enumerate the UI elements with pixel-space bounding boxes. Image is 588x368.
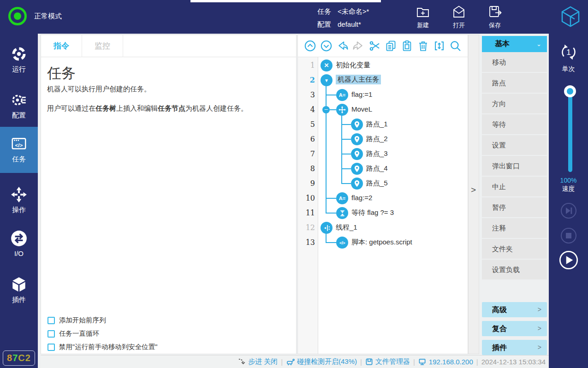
- checkbox-disable-safe-move[interactable]: 禁用"运行前手动移动到安全位置": [48, 340, 157, 354]
- command-item-direction[interactable]: 方向: [482, 94, 547, 113]
- open-task-button[interactable]: 打开: [444, 4, 474, 30]
- tree-row[interactable]: 11 等待 flag ?= 3: [298, 206, 468, 220]
- gear-icon: [0, 91, 38, 109]
- tree-row[interactable]: 4 MoveL: [298, 102, 468, 117]
- doc-paragraph-1: 机器人可以执行用户创建的任务。: [47, 85, 151, 94]
- chevron-right-icon: >: [538, 302, 541, 317]
- tree-row[interactable]: 9 路点_5: [298, 176, 468, 191]
- save-task-button[interactable]: 保存: [480, 4, 510, 30]
- new-file-icon: [408, 4, 438, 20]
- sidebar-item-label: 配置: [0, 111, 38, 120]
- assignment-icon[interactable]: A=: [336, 89, 348, 101]
- task-config-info: 任务<未命名>* 配置default*: [317, 5, 369, 31]
- move-command-icon[interactable]: [336, 104, 348, 116]
- delete-icon[interactable]: [417, 40, 429, 52]
- cycle-mode-label: 单次: [549, 65, 588, 73]
- checkbox-task-loop[interactable]: 任务一直循环: [48, 327, 157, 340]
- run-control-column: 1 单次 100% 速度: [549, 34, 588, 368]
- search-icon[interactable]: [449, 40, 462, 52]
- speed-slider-thumb[interactable]: [564, 85, 576, 97]
- script-icon[interactable]: </>: [336, 237, 348, 249]
- command-category-dropdown[interactable]: 基本 ⌄: [482, 36, 547, 52]
- group-plugin[interactable]: 插件>: [482, 340, 547, 355]
- waypoint-icon[interactable]: [351, 119, 363, 131]
- paste-icon[interactable]: [401, 40, 413, 52]
- sidebar-item-task[interactable]: </> 任务: [0, 127, 38, 173]
- waypoint-icon[interactable]: [351, 178, 363, 190]
- waypoint-icon[interactable]: [351, 163, 363, 175]
- undo-icon[interactable]: [336, 40, 349, 52]
- tree-row[interactable]: 2 ▼ 机器人主任务: [298, 73, 468, 88]
- tab-instruction[interactable]: 指令: [41, 35, 82, 57]
- step-mode-status[interactable]: 步进 关闭: [238, 357, 278, 366]
- tree-row[interactable]: 5 路点_1: [298, 117, 468, 132]
- copy-icon[interactable]: [385, 40, 397, 52]
- tree-row[interactable]: 12 线程_1: [298, 220, 468, 235]
- waypoint-icon[interactable]: [351, 148, 363, 160]
- sidebar-item-run[interactable]: 运行: [0, 45, 38, 74]
- init-variables-icon[interactable]: ×: [321, 59, 333, 71]
- sidebar-item-operate[interactable]: 操作: [0, 186, 38, 214]
- mode-status-icon: [8, 7, 27, 25]
- tree-row[interactable]: 3 A= flag:=1: [298, 88, 468, 102]
- checkbox-icon[interactable]: [48, 330, 55, 338]
- network-status[interactable]: 192.168.0.200: [418, 358, 473, 366]
- command-item-payload[interactable]: 设置负载: [482, 260, 547, 279]
- command-item-folder[interactable]: 文件夹: [482, 239, 547, 259]
- command-item-waypoint[interactable]: 路点: [482, 73, 547, 93]
- group-composite[interactable]: 复合>: [482, 321, 547, 336]
- command-item-wait[interactable]: 等待: [482, 114, 547, 134]
- cut-icon[interactable]: [368, 40, 381, 52]
- tab-monitor[interactable]: 监控: [82, 35, 123, 57]
- checkbox-icon[interactable]: [48, 317, 55, 324]
- group-advanced[interactable]: 高级>: [482, 302, 547, 317]
- collapse-all-icon[interactable]: [433, 40, 445, 52]
- command-item-comment[interactable]: 注释: [482, 218, 547, 238]
- chevron-right-icon: >: [538, 340, 541, 355]
- move-arrows-icon: [0, 186, 38, 203]
- tree-row[interactable]: 8 路点_4: [298, 161, 468, 176]
- thread-icon[interactable]: [321, 222, 333, 234]
- panel-expand-handle[interactable]: >: [468, 35, 479, 354]
- tree-row[interactable]: 13 </> 脚本: getpoes.script: [298, 235, 468, 250]
- new-task-button[interactable]: 新建: [408, 4, 438, 30]
- command-item-move[interactable]: 移动: [482, 52, 547, 72]
- sidebar-item-plugin[interactable]: 插件: [0, 276, 38, 304]
- command-item-popup[interactable]: 弹出窗口: [482, 156, 547, 176]
- redo-icon[interactable]: [352, 40, 365, 52]
- command-item-pause[interactable]: 暂停: [482, 197, 547, 217]
- move-down-icon[interactable]: [320, 40, 333, 52]
- task-label: 任务: [317, 5, 331, 18]
- sidebar-item-label: 操作: [0, 206, 38, 214]
- io-arrows-icon: [0, 230, 38, 247]
- stop-button[interactable]: [560, 227, 577, 246]
- collision-detection-status[interactable]: 碰撞检测开启(43%): [286, 357, 357, 366]
- brand-logo-icon: [559, 5, 582, 30]
- sidebar-item-config[interactable]: 配置: [0, 91, 38, 120]
- wait-hourglass-icon[interactable]: [336, 207, 348, 219]
- file-manager-button[interactable]: 文件管理器: [365, 357, 410, 366]
- cycle-mode-button[interactable]: 1 单次: [549, 42, 588, 73]
- speed-slider-track[interactable]: [568, 91, 572, 172]
- chevron-right-icon: >: [471, 185, 476, 195]
- checkbox-icon[interactable]: [48, 344, 55, 351]
- safety-code-badge: 87C2: [3, 350, 35, 366]
- play-button[interactable]: [559, 250, 578, 272]
- expand-triangle-icon[interactable]: ▼: [321, 74, 333, 86]
- tree-row[interactable]: 7 路点_3: [298, 147, 468, 161]
- sidebar-item-io[interactable]: I/O: [0, 230, 38, 257]
- step-forward-button[interactable]: [560, 202, 577, 221]
- collision-icon: [286, 358, 295, 366]
- tree-row[interactable]: 10 A= flag:=2: [298, 191, 468, 206]
- tree-row[interactable]: 1 × 初始化变量: [298, 58, 468, 73]
- waypoint-icon[interactable]: [351, 133, 363, 145]
- move-up-icon[interactable]: [304, 40, 316, 52]
- checkbox-add-pre-sequence[interactable]: 添加开始前序列: [48, 314, 157, 327]
- robot-teach-pendant-screen: 正常模式 任务<未命名>* 配置default* 新建 打开 保存 运行: [0, 0, 588, 368]
- command-item-abort[interactable]: 中止: [482, 177, 547, 196]
- svg-text:1: 1: [566, 48, 571, 57]
- tree-row[interactable]: 6 路点_2: [298, 132, 468, 147]
- command-item-set[interactable]: 设置: [482, 135, 547, 155]
- svg-text:</>: </>: [15, 142, 23, 148]
- assignment-icon[interactable]: A=: [336, 192, 348, 204]
